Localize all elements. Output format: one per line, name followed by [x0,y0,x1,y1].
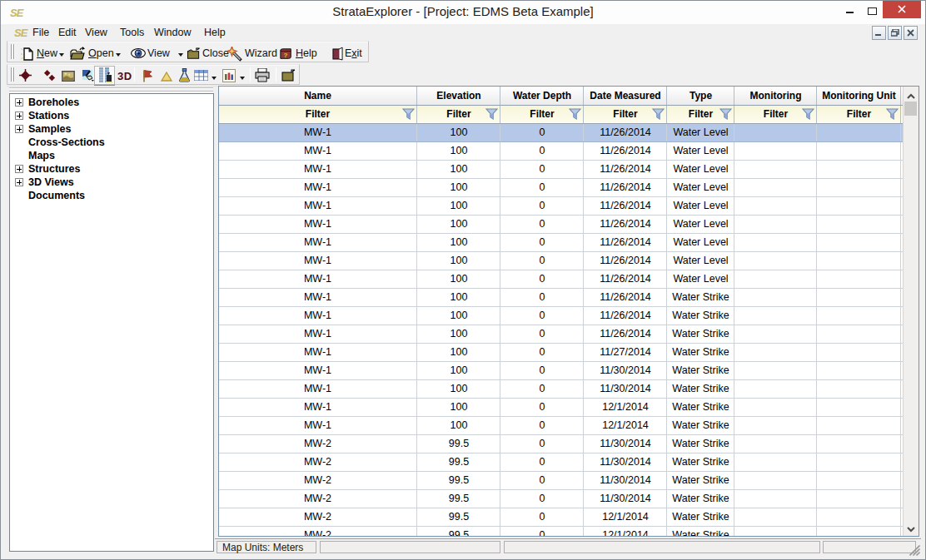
svg-text:?: ? [284,52,288,59]
